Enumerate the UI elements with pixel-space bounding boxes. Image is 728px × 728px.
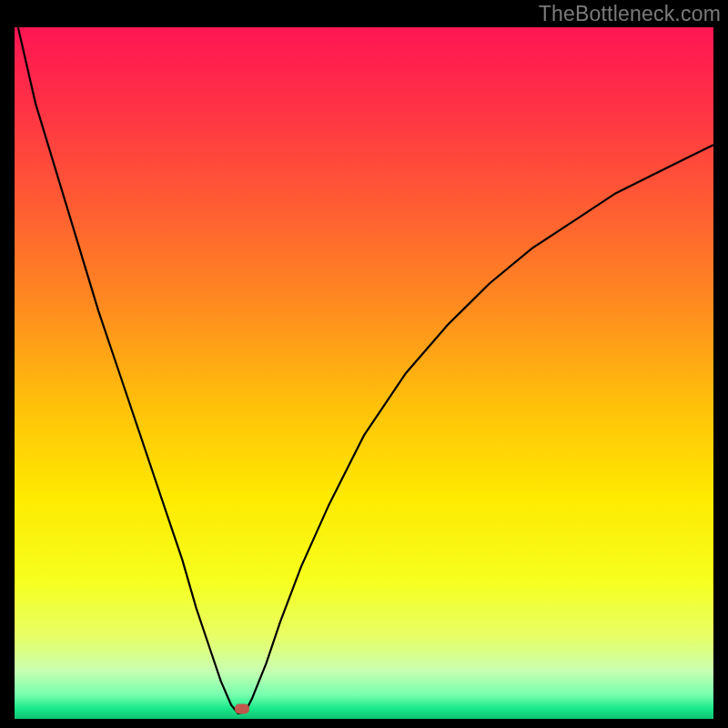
- attribution-label: TheBottleneck.com: [539, 2, 721, 26]
- plot-area: [15, 27, 713, 719]
- bottleneck-curve: [18, 27, 713, 713]
- optimal-marker: [235, 703, 249, 713]
- chart-root: TheBottleneck.com: [0, 0, 728, 728]
- curve-layer: [15, 27, 713, 719]
